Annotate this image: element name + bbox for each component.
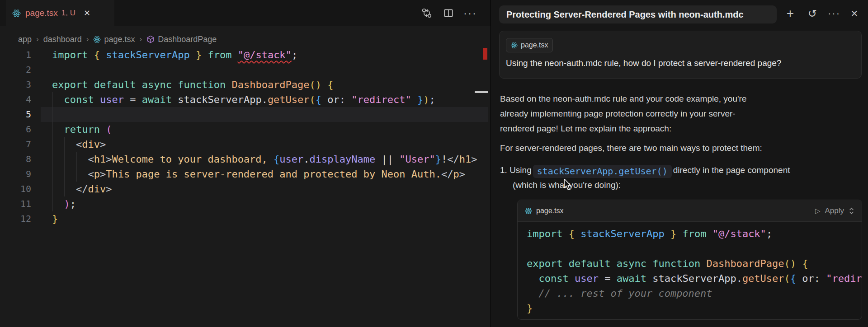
line-number: 10 bbox=[0, 182, 35, 196]
apply-button[interactable]: Apply bbox=[825, 206, 844, 215]
tab-page-tsx[interactable]: page.tsx 1, U ✕ bbox=[6, 0, 114, 26]
overview-cursor-marker bbox=[475, 91, 488, 93]
code-line: 9 <p>This page is server-rendered and pr… bbox=[0, 167, 491, 182]
line-number: 11 bbox=[0, 196, 35, 211]
tab-problem-badge: 1, U bbox=[61, 9, 75, 18]
breadcrumb-separator: › bbox=[140, 35, 142, 44]
code-line: 8 <h1>Welcome to your dashboard, {user.d… bbox=[0, 152, 491, 167]
context-file-chip[interactable]: page.tsx bbox=[506, 38, 553, 52]
expand-chevron-icon[interactable] bbox=[849, 207, 854, 215]
chat-code-block: page.tsx ▷ Apply import { stackServerApp… bbox=[517, 200, 862, 320]
line-number: 6 bbox=[0, 122, 35, 137]
code-line bbox=[527, 241, 862, 256]
line-number: 3 bbox=[0, 77, 35, 92]
breadcrumb-dashboard[interactable]: dashboard bbox=[43, 35, 82, 44]
chat-title: Protecting Server-Rendered Pages with ne… bbox=[506, 9, 744, 20]
user-message-text: Using the neon-auth.mdc rule, how do I p… bbox=[506, 58, 855, 68]
code-line: const user = await stackServerApp.getUse… bbox=[527, 271, 862, 286]
open-changes-icon[interactable] bbox=[420, 6, 434, 20]
react-icon bbox=[525, 207, 532, 215]
editor-pane: page.tsx 1, U ✕ ··· bbox=[0, 0, 491, 327]
apply-play-icon: ▷ bbox=[815, 207, 821, 215]
code-editor[interactable]: 1import { stackServerApp } from "@/stack… bbox=[0, 47, 491, 237]
new-chat-icon[interactable]: + bbox=[784, 7, 797, 20]
line-number: 9 bbox=[0, 167, 35, 182]
breadcrumb-separator: › bbox=[36, 35, 39, 44]
code-line: import { stackServerApp } from "@/stack"… bbox=[527, 226, 862, 241]
assistant-paragraph: Based on the neon-auth.mdc rule and your… bbox=[500, 91, 862, 106]
context-file-label: page.tsx bbox=[521, 41, 548, 49]
tab-label: page.tsx bbox=[25, 8, 58, 18]
line-number: 12 bbox=[0, 211, 35, 226]
code-block-header: page.tsx ▷ Apply bbox=[518, 200, 862, 222]
tabbar-left-strip bbox=[0, 0, 6, 26]
editor-toolbar: ··· bbox=[420, 6, 477, 20]
line-number: 7 bbox=[0, 137, 35, 152]
line-number: 1 bbox=[0, 47, 35, 62]
assistant-paragraph: For server-rendered pages, there are two… bbox=[500, 140, 862, 155]
line-number: 4 bbox=[0, 92, 35, 107]
code-line: 12} bbox=[0, 211, 491, 226]
inline-code: stackServerApp.getUser() bbox=[533, 165, 672, 178]
code-line: 4 const user = await stackServerApp.getU… bbox=[0, 92, 491, 107]
code-line: 11 ); bbox=[0, 196, 491, 211]
chat-title-tab[interactable]: Protecting Server-Rendered Pages with ne… bbox=[499, 5, 777, 23]
code-line: 1import { stackServerApp } from "@/stack… bbox=[0, 47, 491, 62]
history-icon[interactable]: ↺ bbox=[806, 7, 819, 20]
assistant-paragraph: rendered page! Let me explain the approa… bbox=[500, 121, 862, 136]
code-block-body: import { stackServerApp } from "@/stack"… bbox=[518, 222, 862, 320]
code-line: 10 </div> bbox=[0, 182, 491, 196]
code-line: 5 bbox=[0, 107, 491, 122]
line-number: 8 bbox=[0, 152, 35, 167]
line-number: 2 bbox=[0, 62, 35, 77]
assistant-list-item-continued: (which is what you're doing): bbox=[500, 178, 862, 192]
code-line: 7 <div> bbox=[0, 137, 491, 152]
breadcrumb: app › dashboard › page.tsx › bbox=[18, 32, 217, 47]
code-line: export default async function DashboardP… bbox=[527, 256, 862, 271]
code-line: // ... rest of your component bbox=[527, 286, 862, 301]
symbol-namespace-icon bbox=[146, 35, 155, 43]
code-line: } bbox=[527, 301, 862, 316]
cursor-window: page.tsx 1, U ✕ ··· bbox=[0, 0, 868, 327]
line-number: 5 bbox=[0, 107, 35, 122]
breadcrumb-app[interactable]: app bbox=[18, 35, 32, 44]
chat-panel: Protecting Server-Rendered Pages with ne… bbox=[491, 0, 868, 327]
code-line: 2 bbox=[0, 62, 491, 77]
assistant-list-item: 1. UsingstackServerApp.getUser()directly… bbox=[500, 163, 862, 178]
react-icon bbox=[12, 9, 21, 18]
assistant-paragraph: already implementing page protection cor… bbox=[500, 106, 862, 121]
close-panel-icon[interactable]: ✕ bbox=[848, 7, 861, 20]
breadcrumb-dashboardpage[interactable]: DashboardPage bbox=[146, 35, 217, 44]
close-tab-icon[interactable]: ✕ bbox=[84, 8, 90, 18]
code-block-filename[interactable]: page.tsx bbox=[536, 207, 563, 215]
react-icon bbox=[511, 42, 518, 49]
breadcrumb-page-tsx[interactable]: page.tsx bbox=[93, 35, 135, 44]
overview-error-marker bbox=[483, 48, 487, 60]
split-editor-icon[interactable] bbox=[442, 6, 455, 20]
user-message-card: page.tsx Using the neon-auth.mdc rule, h… bbox=[499, 31, 862, 79]
code-line: 6 return ( bbox=[0, 122, 491, 137]
react-icon bbox=[93, 36, 101, 43]
more-actions-icon[interactable]: ··· bbox=[463, 6, 477, 20]
more-options-icon[interactable]: ··· bbox=[828, 7, 840, 20]
editor-tab-bar: page.tsx 1, U ✕ ··· bbox=[0, 0, 491, 26]
assistant-response: Based on the neon-auth.mdc rule and your… bbox=[500, 91, 862, 192]
code-line: 3export default async function Dashboard… bbox=[0, 77, 491, 92]
breadcrumb-separator: › bbox=[86, 35, 89, 44]
